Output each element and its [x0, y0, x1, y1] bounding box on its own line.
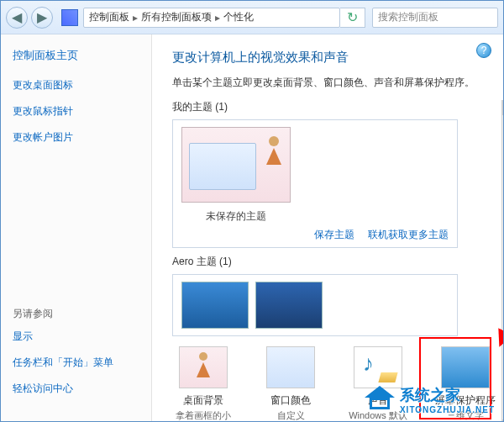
breadcrumb-sep: ▸ [129, 12, 141, 24]
theme-thumbnail[interactable] [181, 127, 291, 203]
sounds-icon: ♪ [354, 346, 402, 388]
more-themes-link[interactable]: 联机获取更多主题 [368, 228, 449, 242]
page-title: 更改计算机上的视觉效果和声音 [172, 50, 493, 66]
sidebar-link-mouse-pointers[interactable]: 更改鼠标指针 [13, 104, 139, 119]
search-input[interactable]: 搜索控制面板 [372, 8, 498, 28]
theme-preview-window [189, 143, 256, 190]
theme-preview-figure [266, 136, 281, 165]
desktop-background-icon [179, 346, 228, 388]
watermark: 系统之家 XITONGZHUJIA.NET [365, 385, 495, 414]
option-label: 窗口颜色 [270, 393, 311, 408]
breadcrumb-item[interactable]: 控制面板 [89, 10, 129, 24]
app-icon [61, 9, 78, 26]
breadcrumb[interactable]: 控制面板 ▸ 所有控制面板项 ▸ 个性化 [83, 8, 340, 28]
see-also-ease-of-access[interactable]: 轻松访问中心 [13, 382, 139, 396]
see-also-display[interactable]: 显示 [13, 330, 139, 344]
watermark-logo-icon [365, 389, 395, 411]
forward-button[interactable]: ▶ [31, 7, 53, 29]
aero-themes-label: Aero 主题 (1) [172, 255, 496, 269]
window-color-icon [266, 346, 315, 388]
window: ◀ ▶ 控制面板 ▸ 所有控制面板项 ▸ 个性化 ↻ 搜索控制面板 控制面板主页… [0, 0, 504, 422]
option-window-color[interactable]: 窗口颜色 自定义 [260, 346, 322, 421]
aero-theme-thumbnail[interactable] [255, 282, 323, 329]
titlebar: ◀ ▶ 控制面板 ▸ 所有控制面板项 ▸ 个性化 ↻ 搜索控制面板 [1, 1, 503, 34]
sidebar: 控制面板主页 更改桌面图标 更改鼠标指针 更改帐户图片 另请参阅 显示 任务栏和… [1, 34, 152, 421]
help-icon[interactable]: ? [476, 43, 491, 58]
see-also-taskbar[interactable]: 任务栏和「开始」菜单 [13, 356, 139, 370]
option-desktop-background[interactable]: 桌面背景 拿着画框的小女孩win7 [172, 346, 234, 421]
save-theme-link[interactable]: 保存主题 [314, 228, 354, 242]
back-button[interactable]: ◀ [6, 7, 28, 29]
refresh-button[interactable]: ↻ [340, 8, 365, 28]
scroll-track[interactable] [502, 115, 503, 419]
scroll-down-button[interactable]: ▼ [502, 419, 503, 421]
breadcrumb-item[interactable]: 所有控制面板项 [141, 10, 212, 24]
breadcrumb-sep: ▸ [212, 12, 223, 24]
option-sub: 自定义 [277, 409, 305, 421]
aero-themes-box [172, 274, 458, 336]
vertical-scrollbar[interactable]: ▲ ▼ [501, 100, 503, 421]
scroll-up-button[interactable]: ▲ [502, 100, 503, 115]
breadcrumb-item[interactable]: 个性化 [223, 10, 254, 24]
watermark-name: 系统之家 [400, 387, 460, 404]
option-label: 桌面背景 [183, 393, 223, 408]
sidebar-home-link[interactable]: 控制面板主页 [13, 48, 139, 63]
aero-theme-thumbnail[interactable] [181, 282, 249, 329]
body: 控制面板主页 更改桌面图标 更改鼠标指针 更改帐户图片 另请参阅 显示 任务栏和… [1, 34, 503, 421]
my-themes-label: 我的主题 (1) [172, 100, 496, 114]
see-also-label: 另请参阅 [13, 307, 139, 321]
theme-name: 未保存的主题 [181, 209, 291, 224]
search-placeholder: 搜索控制面板 [378, 10, 438, 24]
sidebar-link-account-picture[interactable]: 更改帐户图片 [13, 130, 139, 145]
option-sub: 拿着画框的小女孩win7 [172, 409, 234, 421]
content: ? 更改计算机上的视觉效果和声音 单击某个主题立即更改桌面背景、窗口颜色、声音和… [152, 34, 503, 421]
my-themes-box: 未保存的主题 保存主题 联机获取更多主题 [172, 119, 458, 248]
page-subtitle: 单击某个主题立即更改桌面背景、窗口颜色、声音和屏幕保护程序。 [172, 76, 493, 90]
sidebar-link-desktop-icons[interactable]: 更改桌面图标 [13, 78, 139, 92]
watermark-url: XITONGZHUJIA.NET [400, 405, 495, 414]
